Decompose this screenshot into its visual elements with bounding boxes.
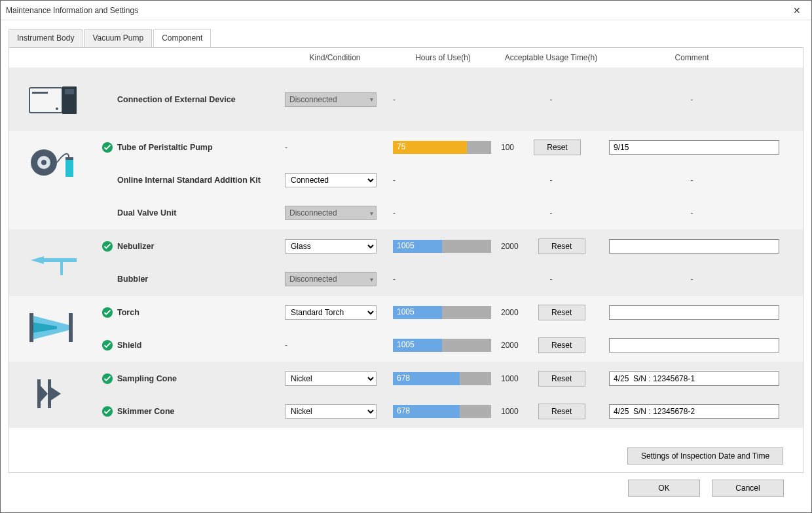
row-label-tube-pump: Tube of Peristaltic Pump — [117, 143, 281, 152]
select-dual-valve: Disconnected▾ — [285, 206, 377, 220]
svg-rect-22 — [48, 379, 51, 408]
comment-torch[interactable] — [609, 305, 779, 320]
svg-marker-24 — [51, 387, 61, 400]
svg-rect-8 — [65, 159, 73, 177]
acceptable-tube-pump: 100 — [501, 143, 514, 152]
row-label-sampling: Sampling Cone — [117, 374, 281, 383]
select-online-kit[interactable]: Connected — [285, 173, 377, 187]
tabs: Instrument Body Vacuum Pump Component — [9, 29, 803, 48]
progress-tube-pump: 75 — [393, 141, 491, 154]
title-bar: Maintenance Information and Settings ✕ — [1, 1, 811, 20]
progress-shield: 1005 — [393, 339, 491, 352]
chevron-down-icon: ▾ — [370, 276, 373, 283]
select-skimmer[interactable]: Nickel — [285, 404, 377, 419]
status-ok-icon — [98, 142, 117, 153]
svg-marker-23 — [41, 386, 48, 402]
svg-rect-12 — [44, 258, 77, 262]
acceptable-skimmer: 1000 — [501, 407, 519, 416]
row-label-bubbler: Bubbler — [117, 275, 281, 284]
instrument-icon — [9, 68, 98, 130]
header-kind: Kind/Condition — [281, 53, 389, 62]
status-ok-icon — [98, 373, 117, 385]
svg-marker-11 — [31, 256, 44, 264]
row-label-shield: Shield — [117, 341, 281, 350]
cones-icon — [9, 362, 98, 428]
reset-button[interactable]: Reset — [538, 238, 585, 254]
select-sampling[interactable]: Nickel — [285, 371, 377, 386]
row-label-torch: Torch — [117, 308, 281, 317]
header-hours: Hours of Use(h) — [389, 53, 497, 62]
status-ok-icon — [98, 240, 117, 252]
svg-point-7 — [41, 160, 46, 165]
progress-nebulizer: 1005 — [393, 240, 491, 253]
select-nebulizer[interactable]: Glass — [285, 239, 377, 254]
component-panel: Kind/Condition Hours of Use(h) Acceptabl… — [9, 47, 803, 473]
status-ok-icon — [98, 406, 117, 417]
header-comment: Comment — [605, 53, 779, 62]
svg-rect-21 — [37, 379, 41, 408]
acceptable-torch: 2000 — [501, 308, 519, 317]
chevron-down-icon: ▾ — [370, 210, 373, 217]
row-label-conn-ext: Connection of External Device — [117, 95, 281, 104]
row-label-dual-valve: Dual Valve Unit — [117, 208, 281, 218]
comment-nebulizer[interactable] — [609, 239, 779, 254]
hours-conn-ext: - — [389, 95, 497, 104]
reset-button[interactable]: Reset — [538, 371, 585, 387]
comment-tube-pump[interactable] — [609, 140, 779, 155]
select-conn-ext: Disconnected▾ — [285, 92, 377, 107]
reset-button[interactable]: Reset — [538, 404, 585, 419]
acceptable-sampling: 1000 — [501, 374, 519, 383]
progress-sampling: 678 — [393, 372, 491, 385]
status-ok-icon — [98, 339, 117, 351]
pump-icon — [9, 131, 98, 229]
select-bubbler: Disconnected▾ — [285, 272, 377, 286]
tab-instrument-body[interactable]: Instrument Body — [9, 29, 83, 47]
row-label-online-kit: Online Internal Standard Addition Kit — [117, 176, 281, 185]
window-title: Maintenance Information and Settings — [6, 6, 138, 15]
comment-skimmer[interactable] — [609, 404, 779, 419]
progress-torch: 1005 — [393, 306, 491, 319]
comment-conn-ext: - — [605, 95, 779, 104]
acceptable-nebulizer: 2000 — [501, 242, 519, 251]
row-label-nebulizer: Nebulizer — [117, 242, 281, 251]
column-headers: Kind/Condition Hours of Use(h) Acceptabl… — [9, 48, 803, 67]
header-acceptable: Acceptable Usage Time(h) — [497, 53, 605, 62]
acceptable-conn-ext: - — [497, 95, 605, 104]
chevron-down-icon: ▾ — [370, 96, 373, 103]
svg-rect-15 — [29, 313, 33, 342]
torch-icon — [9, 296, 98, 362]
status-ok-icon — [98, 307, 117, 318]
svg-rect-9 — [65, 157, 73, 160]
reset-button[interactable]: Reset — [534, 140, 581, 155]
tab-component[interactable]: Component — [153, 29, 211, 47]
svg-rect-2 — [65, 89, 74, 94]
comment-sampling[interactable] — [609, 371, 779, 386]
reset-button[interactable]: Reset — [538, 305, 585, 320]
svg-rect-16 — [69, 313, 73, 342]
tab-vacuum-pump[interactable]: Vacuum Pump — [84, 29, 152, 47]
cancel-button[interactable]: Cancel — [712, 480, 784, 497]
select-torch[interactable]: Standard Torch — [285, 305, 377, 320]
ok-button[interactable]: OK — [628, 480, 700, 497]
svg-rect-3 — [32, 92, 48, 94]
row-label-skimmer: Skimmer Cone — [117, 407, 281, 416]
svg-rect-13 — [60, 262, 63, 275]
acceptable-shield: 2000 — [501, 341, 519, 350]
nebulizer-icon — [9, 230, 98, 295]
comment-shield[interactable] — [609, 338, 779, 352]
close-icon[interactable]: ✕ — [788, 3, 806, 18]
progress-skimmer: 678 — [393, 405, 491, 418]
reset-button[interactable]: Reset — [538, 337, 585, 353]
svg-point-4 — [56, 107, 58, 110]
settings-inspection-button[interactable]: Settings of Inspection Date and Time — [627, 447, 783, 465]
